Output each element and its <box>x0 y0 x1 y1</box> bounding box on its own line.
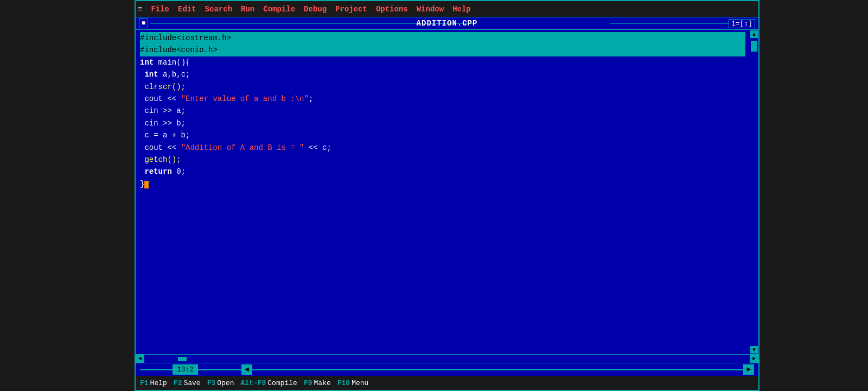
fkey-f3-label: Open <box>217 379 234 387</box>
cursor-position: 13:2 <box>173 364 198 375</box>
fkey-f10-key: F10 <box>337 379 350 387</box>
scroll-right-arrow[interactable]: ► <box>750 355 758 363</box>
fkey-f2-key: F2 <box>174 379 182 387</box>
fkey-f3[interactable]: F3 Open <box>207 379 234 387</box>
fkey-f9-label: Make <box>314 379 331 387</box>
ide-window: ≡ File Edit Search Run Compile Debug Pro… <box>135 0 760 391</box>
vertical-scrollbar[interactable]: ▲ ▼ <box>750 30 758 354</box>
window-control-box[interactable]: ■ <box>139 18 148 28</box>
code-line-8: cin >> b; <box>140 117 745 129</box>
funckey-bar: F1 Help F2 Save F3 Open Alt-F9 Compile F… <box>136 376 758 390</box>
menu-bar: ≡ File Edit Search Run Compile Debug Pro… <box>136 1 758 17</box>
code-line-11: getch(); <box>140 154 745 166</box>
scroll-down-arrow[interactable]: ▼ <box>750 345 758 354</box>
scroll-up-arrow[interactable]: ▲ <box>750 30 758 39</box>
code-line-12: return 0; <box>140 166 745 178</box>
fkey-altf9-label: Compile <box>267 379 297 387</box>
code-line-1: #include<iostream.h> <box>140 32 745 44</box>
desktop: ≡ File Edit Search Run Compile Debug Pro… <box>0 0 868 391</box>
menu-file[interactable]: File <box>146 4 174 15</box>
code-line-5: clrscr(); <box>140 81 745 93</box>
fkey-f10[interactable]: F10 Menu <box>337 379 369 387</box>
file-title: ADDITION.CPP <box>417 19 478 28</box>
fkey-f1-label: Help <box>150 379 167 387</box>
fkey-f10-label: Menu <box>352 379 368 387</box>
menu-options[interactable]: Options <box>372 4 412 15</box>
hscroll-thumb[interactable] <box>178 357 187 361</box>
status-sep-right <box>252 369 743 370</box>
fkey-altf9[interactable]: Alt-F9 Compile <box>240 379 297 387</box>
fkey-altf9-key: Alt-F9 <box>240 379 266 387</box>
code-line-6: cout << "Enter value of a and b :\n"; <box>140 93 745 105</box>
menu-debug[interactable]: Debug <box>299 4 331 15</box>
fkey-f1-key: F1 <box>140 379 149 387</box>
editor-title-bar: ■ ──────────────────────────────────────… <box>136 17 758 30</box>
status-sep-mid <box>198 369 241 370</box>
fkey-f2[interactable]: F2 Save <box>174 379 201 387</box>
system-menu-icon[interactable]: ≡ <box>138 5 142 14</box>
scroll-indicator-right[interactable]: 1=[↕] <box>729 19 755 28</box>
code-line-7: cin >> a; <box>140 105 745 117</box>
fkey-f2-label: Save <box>183 379 200 387</box>
status-bar: 13:2 ◄ ► <box>136 363 758 376</box>
code-editor[interactable]: #include<iostream.h> #include<conio.h> i… <box>136 30 750 354</box>
fkey-f9-key: F9 <box>304 379 312 387</box>
scroll-pos-indicator[interactable]: ◄ <box>241 364 252 375</box>
status-sep-left <box>140 369 173 370</box>
status-line: 13:2 ◄ ► <box>140 364 754 375</box>
code-line-4: int a,b,c; <box>140 68 745 80</box>
title-bar-right: ──────────────────────────── 1=[↕] <box>610 19 755 28</box>
scroll-track[interactable] <box>750 39 758 345</box>
menu-search[interactable]: Search <box>201 4 237 15</box>
menu-run[interactable]: Run <box>237 4 259 15</box>
menu-project[interactable]: Project <box>331 4 372 15</box>
code-line-13: } <box>140 178 745 190</box>
fkey-f1[interactable]: F1 Help <box>140 379 167 387</box>
fkey-f9[interactable]: F9 Make <box>304 379 331 387</box>
menu-edit[interactable]: Edit <box>174 4 201 15</box>
text-cursor <box>144 181 149 188</box>
menu-compile[interactable]: Compile <box>259 4 299 15</box>
code-line-9: c = a + b; <box>140 129 745 141</box>
code-line-3: int main(){ <box>140 56 745 68</box>
code-line-10: cout << "Addition of A and B is = " << c… <box>140 142 745 154</box>
scroll-thumb[interactable] <box>751 41 757 52</box>
scroll-left-arrow[interactable]: ◄ <box>136 355 144 363</box>
scroll-right-indicator[interactable]: ► <box>743 364 754 375</box>
menu-help[interactable]: Help <box>448 4 475 15</box>
menu-window[interactable]: Window <box>412 4 448 15</box>
hscroll-track[interactable] <box>145 357 749 361</box>
code-line-2: #include<conio.h> <box>140 44 745 56</box>
horizontal-scrollbar[interactable]: ◄ ► <box>136 354 758 363</box>
fkey-f3-key: F3 <box>207 379 216 387</box>
